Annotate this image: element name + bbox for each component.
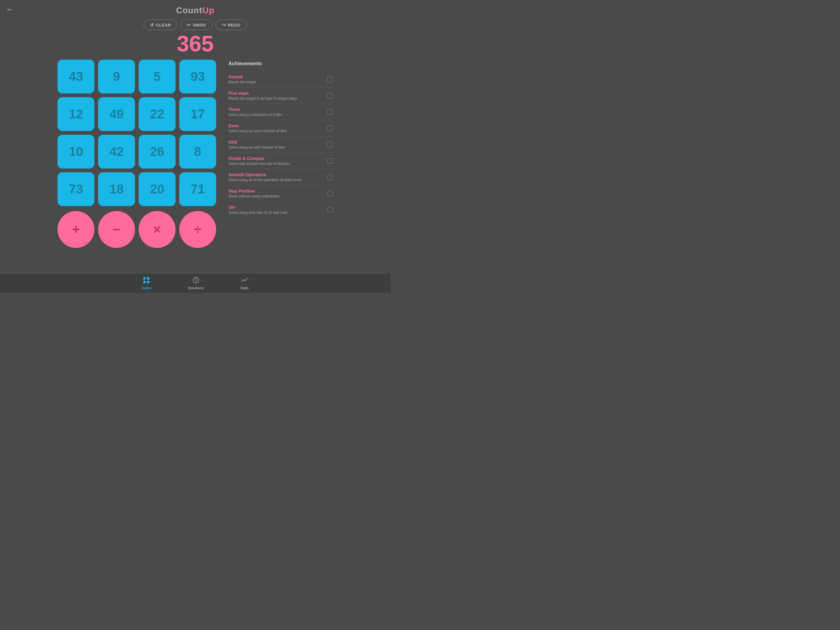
tile-73[interactable]: 73 — [57, 172, 95, 206]
undo-label: UNDO — [193, 23, 206, 27]
achievement-item: Divide & ConquerSolve with at least one … — [229, 153, 333, 169]
game-section: 43959312492217104226873182071 +−×÷ — [57, 60, 216, 248]
clear-icon: ↺ — [150, 22, 154, 27]
achievement-desc: Solve using a maximum of 3 tiles — [229, 112, 324, 117]
nav-label-stats: Stats — [240, 286, 249, 290]
achievement-desc: Reach the target — [229, 80, 324, 84]
achievement-text: 10+Solve using only tiles of 10 and over — [229, 205, 324, 215]
tiles-grid: 43959312492217104226873182071 — [57, 60, 216, 206]
operators-row: +−×÷ — [57, 211, 216, 248]
nav-icon-solutions — [193, 277, 199, 285]
nav-label-solutions: Solutions — [188, 286, 204, 290]
tile-43[interactable]: 43 — [57, 60, 95, 93]
achievement-item: Stay PositiveSolve without using subtrac… — [229, 185, 333, 202]
achievement-item: Five waysReach the target in at least 5 … — [229, 88, 333, 104]
achievement-text: Divide & ConquerSolve with at least one … — [229, 156, 324, 166]
nav-item-stats[interactable]: Stats — [240, 277, 249, 290]
clear-label: CLEAR — [156, 23, 171, 27]
svg-rect-1 — [147, 277, 149, 280]
minus-operator-button[interactable]: − — [98, 211, 135, 248]
achievement-text: Stay PositiveSolve without using subtrac… — [229, 188, 324, 198]
achievement-checkbox[interactable] — [327, 93, 333, 98]
achievement-checkbox[interactable] — [327, 142, 333, 147]
redo-label: REDO — [228, 23, 241, 27]
achievement-item: SolvedReach the target — [229, 71, 333, 88]
achievement-desc: Solve using an even number of tiles — [229, 129, 324, 133]
achievement-checkbox[interactable] — [327, 174, 333, 180]
achievement-checkbox[interactable] — [327, 158, 333, 164]
achievement-text: Smooth OperatorsSolve using all of the o… — [229, 172, 324, 182]
tile-5[interactable]: 5 — [139, 60, 175, 93]
achievement-name: Stay Positive — [229, 188, 324, 193]
redo-icon: ↪ — [222, 22, 226, 27]
achievement-desc: Solve using an odd number of tiles — [229, 145, 324, 149]
achievement-text: SolvedReach the target — [229, 74, 324, 84]
undo-icon: ↩ — [187, 22, 191, 27]
tile-12[interactable]: 12 — [57, 97, 95, 131]
achievement-desc: Solve with at least one use of division — [229, 161, 324, 166]
app-title: CountUp — [176, 6, 214, 15]
nav-item-game[interactable]: Game — [142, 277, 151, 290]
main-layout: 43959312492217104226873182071 +−×÷ Achie… — [0, 60, 390, 248]
achievement-name: Solved — [229, 74, 324, 79]
clear-button[interactable]: ↺ CLEAR — [144, 20, 178, 30]
achievements-panel: Achievements SolvedReach the targetFive … — [229, 60, 333, 248]
svg-rect-2 — [143, 281, 146, 283]
achievement-name: Even — [229, 123, 324, 128]
achievement-text: OddSolve using an odd number of tiles — [229, 140, 324, 149]
tile-9[interactable]: 9 — [98, 60, 135, 93]
achievement-item: Smooth OperatorsSolve using all of the o… — [229, 169, 333, 185]
achievement-desc: Reach the target in at least 5 unique wa… — [229, 96, 324, 101]
achievements-list: SolvedReach the targetFive waysReach the… — [229, 71, 333, 218]
achievement-item: EvenSolve using an even number of tiles — [229, 120, 333, 136]
achievement-name: Three — [229, 107, 324, 112]
tile-26[interactable]: 26 — [139, 135, 175, 169]
target-number: 365 — [0, 33, 390, 55]
achievement-name: 10+ — [229, 205, 324, 210]
app-title-up: Up — [202, 6, 214, 15]
tile-93[interactable]: 93 — [179, 60, 216, 93]
tile-22[interactable]: 22 — [139, 97, 175, 131]
achievements-title: Achievements — [229, 61, 333, 68]
app-title-count: Count — [176, 6, 202, 15]
bottom-nav: GameSolutionsStats — [0, 273, 390, 293]
tile-42[interactable]: 42 — [98, 135, 135, 169]
tile-8[interactable]: 8 — [179, 135, 216, 169]
nav-icon-stats — [241, 277, 248, 285]
tile-71[interactable]: 71 — [179, 172, 216, 206]
redo-button[interactable]: ↪ REDO — [216, 20, 247, 30]
achievement-checkbox[interactable] — [327, 191, 333, 196]
achievement-name: Smooth Operators — [229, 172, 324, 177]
tile-18[interactable]: 18 — [98, 172, 135, 206]
nav-item-solutions[interactable]: Solutions — [188, 277, 204, 290]
achievement-item: ThreeSolve using a maximum of 3 tiles — [229, 104, 333, 120]
header: CountUp — [0, 0, 390, 15]
tile-10[interactable]: 10 — [57, 135, 95, 169]
tile-17[interactable]: 17 — [179, 97, 216, 131]
achievement-text: ThreeSolve using a maximum of 3 tiles — [229, 107, 324, 117]
achievement-desc: Solve using only tiles of 10 and over — [229, 211, 324, 215]
toolbar: ↺ CLEAR ↩ UNDO ↪ REDO — [0, 20, 390, 30]
achievement-checkbox[interactable] — [327, 207, 333, 212]
achievement-text: EvenSolve using an even number of tiles — [229, 123, 324, 133]
achievement-text: Five waysReach the target in at least 5 … — [229, 91, 324, 101]
achievement-checkbox[interactable] — [327, 109, 333, 115]
achievement-item: OddSolve using an odd number of tiles — [229, 136, 333, 153]
plus-operator-button[interactable]: + — [57, 211, 95, 248]
achievement-item: 10+Solve using only tiles of 10 and over — [229, 202, 333, 218]
achievement-name: Five ways — [229, 91, 324, 96]
achievement-desc: Solve using all of the operators at leas… — [229, 178, 324, 182]
tile-20[interactable]: 20 — [139, 172, 175, 206]
svg-rect-0 — [143, 277, 146, 280]
achievement-checkbox[interactable] — [327, 125, 333, 131]
undo-button[interactable]: ↩ UNDO — [180, 20, 212, 30]
nav-icon-game — [143, 277, 150, 285]
nav-label-game: Game — [142, 286, 151, 290]
achievement-name: Odd — [229, 140, 324, 144]
achievement-desc: Solve without using subtraction — [229, 194, 324, 198]
divide-operator-button[interactable]: ÷ — [179, 211, 216, 248]
achievement-checkbox[interactable] — [327, 77, 333, 82]
multiply-operator-button[interactable]: × — [139, 211, 175, 248]
achievement-name: Divide & Conquer — [229, 156, 324, 161]
tile-49[interactable]: 49 — [98, 97, 135, 131]
